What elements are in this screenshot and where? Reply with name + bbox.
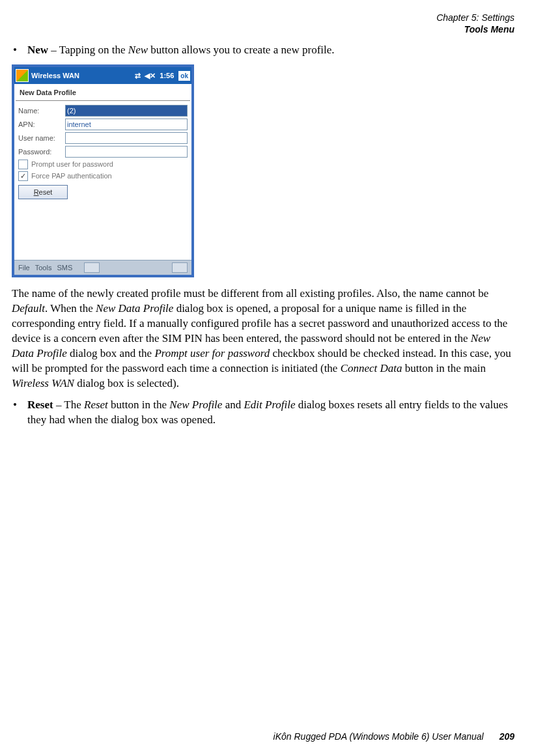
checkbox-prompt-password[interactable] bbox=[18, 160, 28, 169]
label-apn: APN: bbox=[18, 120, 65, 130]
header-section: Tools Menu bbox=[12, 23, 514, 35]
pda-bottombar: File Tools SMS bbox=[14, 260, 191, 275]
reset-button[interactable]: Reset bbox=[18, 185, 68, 199]
volume-icon: ◀✕ bbox=[145, 71, 156, 81]
bullet-marker: • bbox=[12, 398, 27, 428]
label-prompt-password: Prompt user for password bbox=[31, 160, 113, 169]
label-name: Name: bbox=[18, 106, 65, 116]
label-username: User name: bbox=[18, 133, 65, 143]
window-title: Wireless WAN bbox=[31, 71, 133, 81]
checkbox-force-pap[interactable]: ✓ bbox=[18, 171, 28, 181]
embedded-screenshot: Wireless WAN ⇄ ◀✕ 1:56 ok New Data Profi… bbox=[12, 64, 514, 277]
bullet-marker: • bbox=[12, 43, 27, 58]
dialog-body: Name: (2) APN: internet User name: Passw… bbox=[14, 101, 191, 260]
term-reset: Reset bbox=[27, 399, 53, 411]
bullet-new: • New – Tapping on the New button allows… bbox=[12, 43, 514, 58]
header-chapter: Chapter 5: Settings bbox=[12, 12, 514, 23]
keyboard-icon[interactable] bbox=[84, 262, 100, 273]
bullet-text: Reset – The Reset button in the New Prof… bbox=[27, 398, 514, 428]
input-username[interactable] bbox=[65, 132, 188, 144]
paragraph-profile-name: The name of the newly created profile mu… bbox=[12, 287, 514, 391]
label-password: Password: bbox=[18, 147, 65, 157]
page-footer: iKôn Rugged PDA (Windows Mobile 6) User … bbox=[12, 731, 514, 743]
bullet-text: New – Tapping on the New button allows y… bbox=[27, 43, 514, 58]
pda-window: Wireless WAN ⇄ ◀✕ 1:56 ok New Data Profi… bbox=[12, 64, 194, 277]
sip-up-icon[interactable] bbox=[172, 262, 188, 273]
menu-sms[interactable]: SMS bbox=[57, 263, 72, 273]
label-force-pap: Force PAP authentication bbox=[31, 171, 112, 181]
ok-button[interactable]: ok bbox=[178, 71, 190, 81]
footer-title: iKôn Rugged PDA (Windows Mobile 6) User … bbox=[274, 731, 484, 743]
input-name[interactable]: (2) bbox=[65, 105, 188, 117]
term-new: New bbox=[27, 44, 48, 56]
signal-icon: ⇄ bbox=[135, 71, 141, 81]
menu-tools[interactable]: Tools bbox=[35, 263, 52, 273]
start-icon[interactable] bbox=[16, 69, 29, 82]
pda-titlebar: Wireless WAN ⇄ ◀✕ 1:56 ok bbox=[14, 67, 191, 84]
menu-file[interactable]: File bbox=[18, 263, 30, 273]
bullet-reset: • Reset – The Reset button in the New Pr… bbox=[12, 398, 514, 428]
page-header: Chapter 5: Settings Tools Menu bbox=[12, 12, 514, 35]
input-password[interactable] bbox=[65, 146, 188, 158]
dialog-title: New Data Profile bbox=[16, 84, 190, 101]
clock-text: 1:56 bbox=[160, 71, 174, 81]
page-number: 209 bbox=[499, 731, 514, 743]
input-apn[interactable]: internet bbox=[65, 119, 188, 130]
